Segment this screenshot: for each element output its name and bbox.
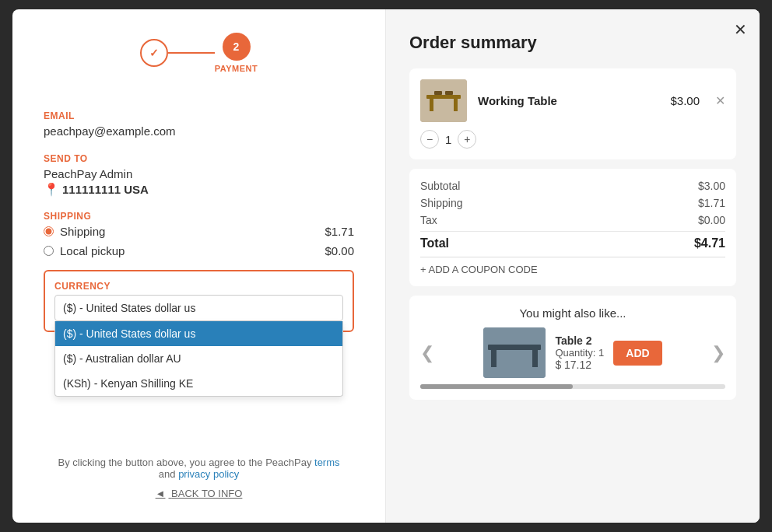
email-value: peachpay@example.com (44, 124, 354, 138)
currency-select-wrapper: ($) - United States dollar us ($) - Aust… (54, 295, 343, 321)
item-image (420, 79, 467, 122)
tax-row: Tax $0.00 (420, 214, 725, 226)
footer-text-main: By clicking the button above, you agree … (58, 457, 311, 468)
back-link[interactable]: ◄ BACK TO INFO (44, 488, 354, 499)
order-item-row: Working Table $3.00 ✕ (420, 79, 725, 122)
currency-dropdown: ($) - United States dollar us ($) - Aust… (54, 321, 343, 397)
svg-rect-8 (491, 350, 497, 367)
currency-box: CURRENCY ($) - United States dollar us (… (44, 270, 354, 332)
rec-image-svg (483, 327, 546, 378)
rec-prev-button[interactable]: ❮ (420, 343, 434, 363)
shipping-option-label: Shipping (60, 225, 105, 238)
email-label: EMAIL (44, 110, 354, 121)
svg-rect-0 (420, 79, 467, 122)
totals-section: Subtotal $3.00 Shipping $1.71 Tax $0.00 … (409, 169, 736, 286)
modal: ✕ ✓ 2 PAYMENT EMAIL peach (12, 9, 760, 523)
step-1-icon: ✓ (149, 47, 159, 59)
qty-value: 1 (445, 133, 451, 146)
step-2-wrapper: 2 PAYMENT (215, 33, 258, 73)
rec-image (483, 327, 546, 378)
step-1-wrapper: ✓ (140, 39, 168, 67)
svg-rect-7 (488, 345, 541, 350)
shipping-option-local: Local pickup $0.00 (44, 244, 354, 257)
footer-and: and (159, 468, 176, 480)
svg-rect-5 (445, 91, 453, 95)
currency-select[interactable]: ($) - United States dollar us ($) - Aust… (54, 295, 343, 321)
close-button[interactable]: ✕ (734, 20, 747, 39)
subtotal-label: Subtotal (420, 180, 460, 192)
rec-qty: Quantity: 1 (555, 347, 604, 359)
rec-details: Table 2 Quantity: 1 $ 17.12 (555, 334, 604, 371)
currency-dropdown-option-kes[interactable]: (KSh) - Kenyan Shilling KE (55, 371, 342, 396)
svg-rect-1 (426, 95, 461, 99)
item-price: $3.00 (670, 94, 700, 107)
rec-title: You might also like... (420, 306, 725, 320)
tax-value: $0.00 (698, 214, 725, 226)
subtotal-value: $3.00 (698, 180, 725, 192)
svg-rect-3 (454, 99, 458, 111)
local-radio[interactable] (44, 246, 54, 256)
local-option-label: Local pickup (60, 244, 125, 257)
rec-price: $ 17.12 (555, 359, 604, 371)
step-line (168, 52, 215, 54)
send-to-address-text: 111111111 USA (62, 183, 149, 196)
footer-text: By clicking the button above, you agree … (44, 457, 354, 480)
shipping-option-price: $1.71 (325, 225, 354, 238)
send-to-label: SEND TO (44, 153, 354, 164)
item-remove-button[interactable]: ✕ (715, 93, 725, 108)
rec-next-button[interactable]: ❯ (711, 343, 725, 363)
currency-dropdown-option-aud[interactable]: ($) - Australian dollar AU (55, 346, 342, 371)
svg-rect-2 (430, 99, 433, 111)
stepper: ✓ 2 PAYMENT (44, 33, 354, 73)
qty-control: − 1 + (420, 130, 725, 149)
back-label: BACK TO INFO (171, 488, 242, 499)
send-to-address: 📍 111111111 USA (44, 182, 354, 197)
order-summary-title: Order summary (409, 33, 736, 53)
shipping-radio[interactable] (44, 226, 54, 236)
qty-decrease-button[interactable]: − (420, 130, 439, 149)
left-footer: By clicking the button above, you agree … (44, 441, 354, 499)
privacy-link[interactable]: privacy policy (178, 468, 239, 480)
qty-increase-button[interactable]: + (458, 130, 476, 149)
rec-scrollbar (420, 384, 725, 389)
shipping-label: SHIPPING (44, 211, 354, 222)
order-item-card: Working Table $3.00 ✕ − 1 + (409, 68, 736, 159)
currency-label: CURRENCY (54, 281, 343, 292)
coupon-row[interactable]: + ADD A COUPON CODE (420, 264, 725, 275)
step-2-circle: 2 (223, 33, 251, 61)
rec-nav: ❮ Ta (420, 327, 725, 378)
send-to-name: PeachPay Admin (44, 167, 354, 180)
total-value: $4.71 (694, 236, 725, 250)
item-image-svg (420, 79, 467, 122)
rec-scrollbar-thumb (420, 384, 573, 389)
local-option-price: $0.00 (325, 244, 354, 257)
shipping-option-shipping: Shipping $1.71 (44, 225, 354, 238)
shipping-option-left: Shipping (44, 225, 105, 238)
shipping-total-value: $1.71 (698, 197, 725, 209)
terms-link[interactable]: terms (314, 457, 340, 468)
pin-icon: 📍 (44, 182, 59, 197)
step-2-name: PAYMENT (215, 64, 258, 73)
modal-overlay: ✕ ✓ 2 PAYMENT EMAIL peach (0, 0, 772, 532)
right-panel: Order summary (386, 9, 760, 523)
rec-item-row: Table 2 Quantity: 1 $ 17.12 ADD (483, 327, 661, 378)
total-label: Total (420, 236, 449, 250)
shipping-row: Shipping $1.71 (420, 197, 725, 209)
svg-rect-9 (532, 350, 538, 367)
back-arrow-icon: ◄ (156, 488, 166, 499)
left-panel: ✓ 2 PAYMENT EMAIL peachpay@example.com S… (12, 9, 386, 523)
recommendation-section: You might also like... ❮ (409, 296, 736, 400)
step-1-circle: ✓ (140, 39, 168, 67)
item-name: Working Table (478, 94, 659, 107)
coupon-divider (420, 257, 725, 257)
rec-add-button[interactable]: ADD (613, 341, 661, 366)
rec-name: Table 2 (555, 334, 604, 347)
rec-qty-label: Quantity: (555, 347, 595, 359)
local-option-left: Local pickup (44, 244, 125, 257)
svg-rect-4 (434, 91, 442, 95)
total-row: Total $4.71 (420, 231, 725, 250)
rec-qty-value: 1 (598, 347, 604, 359)
shipping-total-label: Shipping (420, 197, 463, 209)
step-2-label: 2 (233, 40, 240, 53)
currency-dropdown-option-usd[interactable]: ($) - United States dollar us (55, 321, 342, 346)
